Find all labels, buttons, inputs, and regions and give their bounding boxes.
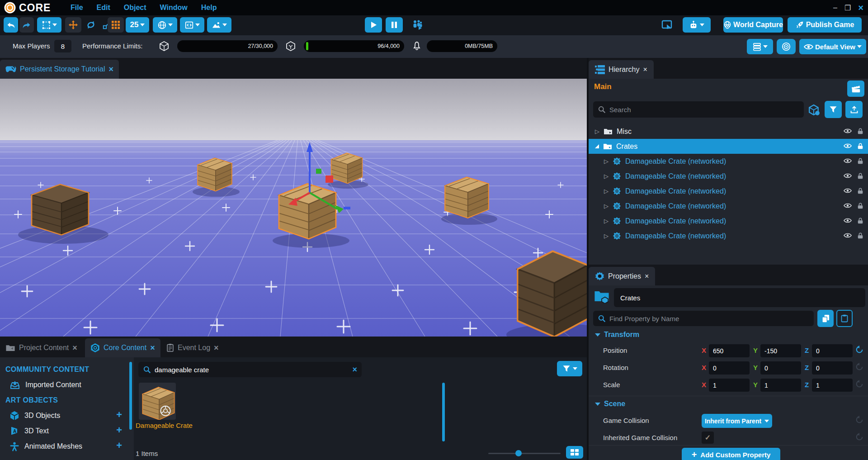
export-button[interactable]: [845, 101, 863, 118]
menu-help[interactable]: Help: [201, 4, 217, 12]
rotation-y-input[interactable]: [760, 361, 801, 375]
hierarchy-search-input[interactable]: [609, 106, 799, 114]
game-collision-dropdown[interactable]: Inherit from Parent: [702, 414, 772, 428]
tab-hierarchy[interactable]: Hierarchy ×: [589, 60, 654, 79]
bot-tools-dropdown[interactable]: [683, 17, 711, 33]
maximize-button[interactable]: ❐: [844, 4, 851, 12]
world-capture-button[interactable]: World Capture: [723, 17, 783, 33]
close-icon[interactable]: ×: [645, 272, 649, 280]
find-property-input[interactable]: [609, 315, 809, 322]
publish-game-button[interactable]: Publish Game: [788, 17, 862, 33]
hierarchy-filter-button[interactable]: [825, 101, 842, 118]
redo-button[interactable]: [19, 17, 34, 33]
show-networked-toggle[interactable]: [808, 104, 820, 118]
grid-snap-toggle[interactable]: [108, 17, 124, 33]
max-players-input[interactable]: [54, 40, 71, 52]
terrain-tool-dropdown[interactable]: [207, 17, 231, 33]
content-search-input[interactable]: [155, 366, 349, 374]
sidebar-scrollbar[interactable]: [129, 362, 132, 430]
tree-row-damageable-crate[interactable]: ▷ Damageable Crate (networked): [589, 228, 868, 243]
collapse-caret-icon[interactable]: [595, 144, 599, 148]
expand-caret-icon[interactable]: ▷: [604, 158, 609, 165]
menu-file[interactable]: File: [71, 4, 83, 12]
pause-button[interactable]: [386, 17, 403, 33]
gizmo-plane-handle-red[interactable]: [326, 175, 333, 183]
sidebar-item-3d-text[interactable]: A 3D Text +: [0, 423, 134, 439]
position-y-input[interactable]: [760, 344, 801, 357]
transform-section-header[interactable]: Transform: [595, 331, 639, 339]
sidebar-item-imported-content[interactable]: Imported Content: [0, 377, 134, 393]
visibility-eye-icon[interactable]: [844, 232, 852, 240]
visibility-eye-icon[interactable]: [844, 217, 852, 225]
close-icon[interactable]: ×: [214, 343, 219, 353]
expand-caret-icon[interactable]: ▷: [604, 188, 609, 194]
thumbnail-size-slider[interactable]: [488, 453, 561, 454]
menu-object[interactable]: Object: [124, 4, 146, 12]
content-search-field[interactable]: ×: [138, 362, 362, 377]
copy-properties-button[interactable]: [817, 310, 834, 327]
crate-object[interactable]: [331, 153, 363, 183]
visibility-eye-icon[interactable]: [844, 128, 852, 136]
expand-caret-icon[interactable]: ▷: [604, 232, 609, 239]
add-icon[interactable]: +: [116, 440, 122, 451]
viewport-tab[interactable]: Persistent Storage Tutorial ×: [0, 60, 119, 79]
inherited-collision-checkbox[interactable]: ✓: [702, 432, 714, 444]
sidebar-item-3d-objects[interactable]: 3D Objects +: [0, 408, 134, 423]
multiplayer-preview-button[interactable]: [408, 17, 426, 33]
position-x-input[interactable]: [709, 344, 750, 357]
add-icon[interactable]: +: [116, 409, 122, 421]
clear-search-icon[interactable]: ×: [352, 365, 357, 375]
snap-size-dropdown[interactable]: 25: [126, 17, 149, 33]
focus-target-button[interactable]: [777, 39, 796, 54]
content-scrollbar[interactable]: [442, 383, 445, 441]
tab-project-content[interactable]: Project Content ×: [0, 338, 83, 357]
scale-y-input[interactable]: [760, 379, 801, 392]
layout-presets-dropdown[interactable]: [747, 39, 773, 54]
select-mode-dropdown[interactable]: [37, 17, 61, 33]
object-name-input[interactable]: [614, 288, 865, 307]
rotation-z-input[interactable]: [812, 361, 853, 375]
script-window-dropdown[interactable]: [180, 17, 204, 33]
reset-icon[interactable]: [855, 433, 863, 443]
scale-x-input[interactable]: [709, 379, 750, 392]
move-tool-button[interactable]: [65, 17, 81, 33]
crate-object-selected[interactable]: [279, 184, 336, 239]
hierarchy-search-field[interactable]: [593, 101, 804, 118]
reset-icon[interactable]: [855, 380, 863, 390]
lock-icon[interactable]: [857, 172, 863, 181]
visibility-eye-icon[interactable]: [844, 187, 852, 195]
asset-damageable-crate[interactable]: Damageable Crate: [136, 383, 179, 429]
close-icon[interactable]: ×: [150, 343, 155, 353]
grid-view-toggle[interactable]: [566, 446, 583, 459]
lock-icon[interactable]: [857, 217, 863, 226]
sidebar-item-animated-meshes[interactable]: Animated Meshes +: [0, 439, 134, 454]
crate-object[interactable]: [518, 251, 587, 337]
reset-icon[interactable]: [855, 416, 863, 426]
tab-event-log[interactable]: Event Log ×: [161, 338, 224, 357]
close-icon[interactable]: ×: [72, 343, 77, 353]
reset-icon[interactable]: [855, 346, 863, 356]
scene-section-header[interactable]: Scene: [595, 400, 625, 408]
close-icon[interactable]: ×: [643, 66, 647, 74]
visibility-eye-icon[interactable]: [844, 172, 852, 180]
tree-row-damageable-crate[interactable]: ▷ Damageable Crate (networked): [589, 154, 868, 169]
lock-icon[interactable]: [857, 202, 863, 211]
lock-icon[interactable]: [857, 157, 863, 166]
expand-caret-icon[interactable]: ▷: [604, 173, 609, 180]
screen-share-button[interactable]: [659, 17, 675, 33]
paste-properties-button[interactable]: [836, 310, 853, 327]
expand-caret-icon[interactable]: ▷: [595, 128, 599, 135]
slider-handle[interactable]: [515, 450, 522, 456]
tree-row-crates[interactable]: Crates: [589, 139, 868, 154]
visibility-eye-icon[interactable]: [844, 202, 852, 210]
rotation-x-input[interactable]: [709, 361, 750, 375]
lock-icon[interactable]: [857, 187, 863, 196]
lock-icon[interactable]: [857, 128, 863, 137]
tree-row-damageable-crate[interactable]: ▷ Damageable Crate (networked): [589, 169, 868, 184]
default-view-dropdown[interactable]: Default View: [799, 39, 866, 54]
menu-window[interactable]: Window: [160, 4, 188, 12]
undo-button[interactable]: [4, 17, 18, 33]
crate-object[interactable]: [198, 158, 232, 191]
gizmo-plane-handle-blue[interactable]: [344, 207, 350, 209]
tree-row-misc[interactable]: ▷ Misc: [589, 124, 868, 139]
